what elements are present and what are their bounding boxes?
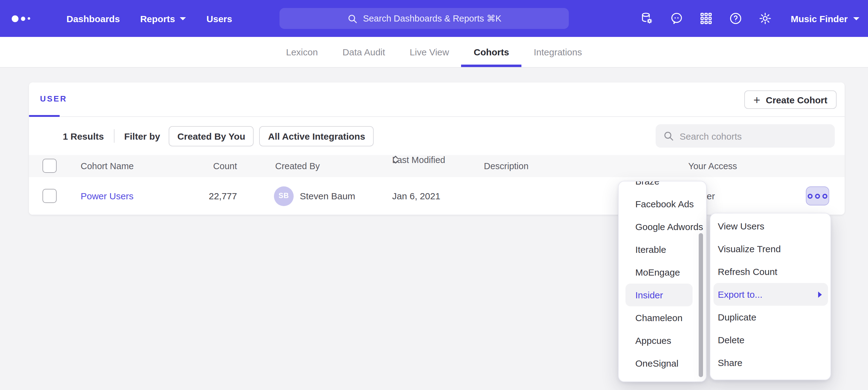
column-your-access[interactable]: Your Access — [688, 155, 737, 177]
main-nav: Dashboards Reports Users — [66, 13, 232, 24]
nav-item-users[interactable]: Users — [207, 13, 232, 24]
project-name: Music Finder — [791, 13, 848, 24]
cohort-name-link[interactable]: Power Users — [81, 177, 133, 215]
top-navigation-bar: Dashboards Reports Users Search Dashboar… — [0, 0, 868, 37]
mixpanel-dots-logo[interactable] — [12, 15, 30, 22]
menu-item-export-to[interactable]: Export to... — [710, 283, 831, 306]
nav-item-dashboards[interactable]: Dashboards — [66, 13, 120, 24]
filter-dropdown-all-active-integrations[interactable]: All Active Integrations — [259, 126, 374, 146]
menu-item-delete[interactable]: Delete — [710, 328, 831, 351]
data-management-icon[interactable] — [641, 12, 654, 25]
dot-icon — [808, 193, 813, 198]
panel-header: USER + Create Cohort — [29, 83, 845, 117]
divider — [114, 129, 114, 143]
search-icon — [347, 13, 358, 24]
nav-item-reports[interactable]: Reports — [140, 13, 186, 24]
dot-icon — [815, 193, 820, 198]
export-option-braze[interactable]: Braze — [619, 181, 706, 193]
feedback-icon[interactable] — [670, 12, 684, 25]
menu-item-view-users[interactable]: View Users — [710, 215, 831, 237]
export-option-insider[interactable]: Insider — [619, 284, 706, 306]
export-option-onesignal[interactable]: OneSignal — [619, 352, 706, 375]
menu-item-visualize-trend[interactable]: Visualize Trend — [710, 237, 831, 260]
column-description[interactable]: Description — [484, 155, 528, 177]
submenu-arrow-icon — [818, 291, 822, 297]
cohort-count: 22,777 — [170, 177, 237, 215]
menu-item-duplicate[interactable]: Duplicate — [710, 306, 831, 328]
filter-by-label: Filter by — [124, 131, 160, 141]
search-icon — [663, 130, 674, 141]
export-option-google-adwords[interactable]: Google Adwords — [619, 215, 706, 238]
row-checkbox[interactable] — [42, 189, 57, 203]
tab-live-view[interactable]: Live View — [397, 37, 461, 67]
create-cohort-button[interactable]: + Create Cohort — [744, 90, 837, 109]
plus-icon: + — [753, 94, 760, 105]
results-count: 1 Results — [63, 131, 104, 141]
tab-data-audit[interactable]: Data Audit — [330, 37, 397, 67]
avatar: SB — [274, 186, 293, 206]
global-search-bar[interactable]: Search Dashboards & Reports ⌘K — [279, 8, 569, 29]
export-option-iterable[interactable]: Iterable — [619, 238, 706, 261]
tab-cohorts[interactable]: Cohorts — [461, 37, 521, 67]
column-cohort-name[interactable]: Cohort Name — [81, 155, 133, 177]
help-icon[interactable] — [729, 12, 743, 25]
menu-item-refresh-count[interactable]: Refresh Count — [710, 260, 831, 283]
cohort-search-field[interactable] — [656, 124, 835, 148]
section-tabs: LexiconData AuditLive ViewCohortsIntegra… — [0, 37, 868, 68]
export-option-moengage[interactable]: MoEngage — [619, 261, 706, 284]
table-row: Power Users 22,777 SB Steven Baum Jan 6,… — [29, 177, 845, 215]
chevron-down-icon — [853, 17, 859, 20]
submenu-scrollbar-thumb[interactable] — [699, 233, 703, 377]
column-created-by[interactable]: Created By — [275, 155, 320, 177]
tab-user-cohorts[interactable]: USER — [40, 94, 67, 103]
app-root: Dashboards Reports Users Search Dashboar… — [0, 0, 868, 390]
project-switcher[interactable]: Music Finder — [791, 13, 859, 24]
your-access-value-partial: er — [707, 177, 715, 215]
global-search-placeholder: Search Dashboards & Reports ⌘K — [363, 13, 501, 23]
column-count[interactable]: Count — [170, 155, 237, 177]
cohort-search-input[interactable] — [680, 131, 827, 141]
dot-icon — [823, 193, 827, 198]
settings-gear-icon[interactable] — [759, 12, 772, 25]
export-destination-submenu: Braze Facebook Ads Google Adwords Iterab… — [618, 181, 707, 382]
created-by-name: Steven Baum — [300, 177, 355, 215]
table-header: Cohort Name Count Created By Last Modifi… — [29, 155, 845, 177]
export-option-appcues[interactable]: Appcues — [619, 329, 706, 352]
column-last-modified[interactable]: Last Modified — [392, 155, 399, 164]
cohorts-page: USER + Create Cohort 1 Results Filter by… — [0, 68, 868, 390]
filter-dropdown-created-by-you[interactable]: Created By You — [169, 126, 254, 146]
export-option-chameleon[interactable]: Chameleon — [619, 306, 706, 329]
tab-integrations[interactable]: Integrations — [521, 37, 594, 67]
tab-lexicon[interactable]: Lexicon — [274, 37, 330, 67]
row-more-actions-button[interactable] — [806, 186, 829, 205]
apps-grid-icon[interactable] — [700, 12, 713, 25]
row-actions-context-menu: View Users Visualize Trend Refresh Count… — [710, 213, 831, 380]
menu-item-share[interactable]: Share — [710, 351, 831, 374]
cohorts-panel: USER + Create Cohort 1 Results Filter by… — [29, 83, 845, 215]
last-modified-value: Jan 6, 2021 — [392, 177, 440, 215]
chevron-down-icon — [180, 17, 186, 20]
created-by-cell: SB Steven Baum — [274, 177, 355, 215]
export-option-facebook-ads[interactable]: Facebook Ads — [619, 193, 706, 215]
select-all-checkbox[interactable] — [42, 159, 57, 173]
